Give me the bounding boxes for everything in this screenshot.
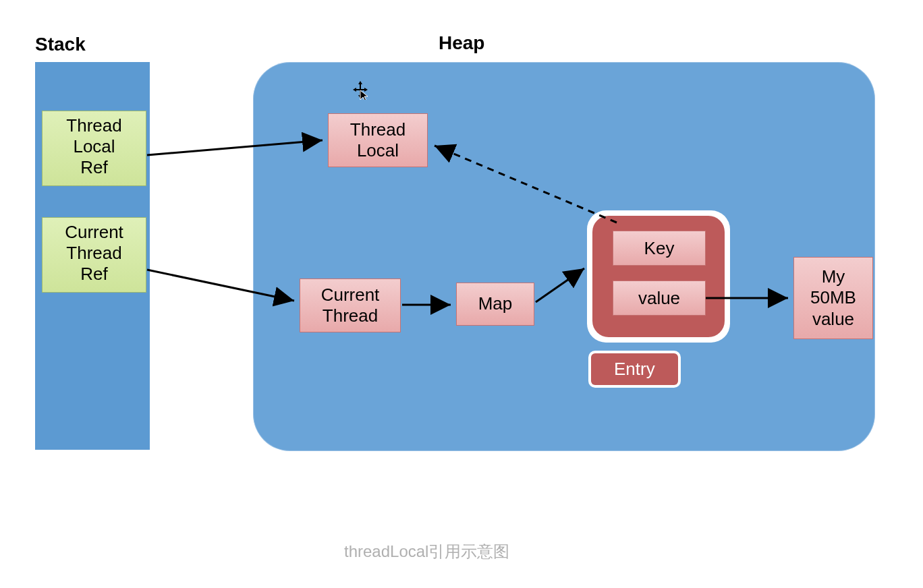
currentthread-text: Current Thread (321, 285, 380, 326)
svg-marker-1 (360, 90, 368, 100)
entry-key-box: Key (613, 231, 706, 266)
entry-label-text: Entry (614, 359, 655, 379)
myvalue-text: My 50MB value (810, 266, 856, 330)
threadlocal-ref-box: Thread Local Ref (42, 111, 146, 186)
currentthread-box: Current Thread (300, 278, 401, 332)
myvalue-box: My 50MB value (793, 257, 873, 339)
map-box: Map (456, 283, 534, 326)
threadlocal-text: Thread Local (350, 119, 405, 161)
diagram-canvas: Stack Heap Thread Local Ref Current Thre… (0, 0, 923, 588)
currentthread-ref-box: Current Thread Ref (42, 217, 146, 293)
heap-label: Heap (439, 32, 484, 54)
currentthread-ref-text: Current Thread Ref (43, 222, 146, 285)
threadlocal-ref-text: Thread Local Ref (43, 115, 146, 179)
move-cursor-icon (351, 81, 370, 104)
entry-label: Entry (591, 353, 678, 385)
threadlocal-box: Thread Local (328, 113, 428, 167)
entry-container: Key value (587, 210, 730, 343)
entry-key-text: Key (644, 238, 675, 259)
caption: threadLocal引用示意图 (344, 541, 509, 562)
map-text: Map (478, 293, 513, 314)
entry-body: Key value (592, 216, 725, 337)
entry-value-text: value (638, 288, 680, 309)
entry-label-wrap: Entry (588, 351, 681, 388)
entry-value-box: value (613, 281, 706, 316)
stack-label: Stack (35, 34, 86, 55)
